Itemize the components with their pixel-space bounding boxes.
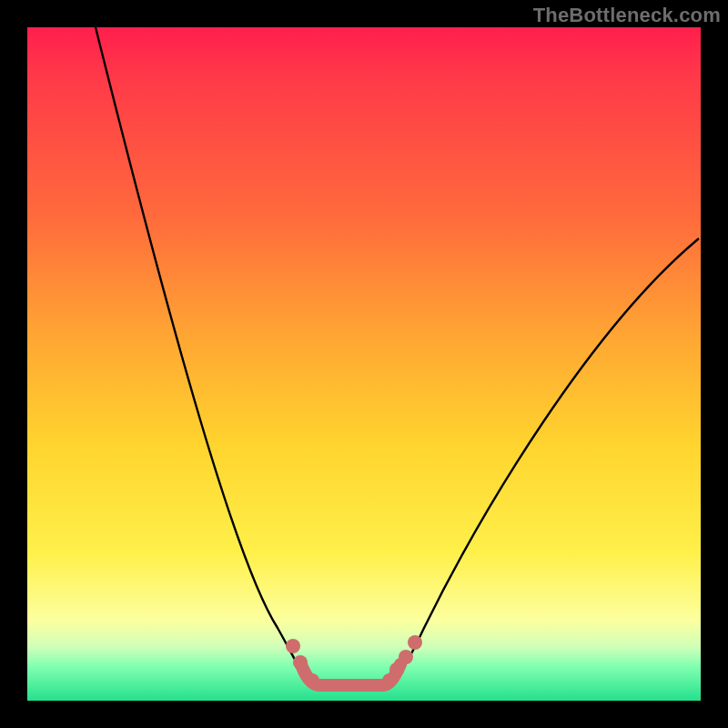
chart-svg: [27, 27, 701, 701]
watermark-text: TheBottleneck.com: [533, 4, 721, 27]
valley-dot: [389, 662, 404, 677]
valley-dot: [399, 650, 413, 664]
plot-area: [27, 27, 701, 701]
valley-dot: [408, 635, 422, 650]
bottleneck-curve: [96, 27, 699, 685]
valley-dot: [293, 655, 308, 670]
valley-dot: [305, 673, 319, 688]
valley-dot: [286, 639, 300, 653]
chart-frame: TheBottleneck.com: [0, 0, 728, 728]
